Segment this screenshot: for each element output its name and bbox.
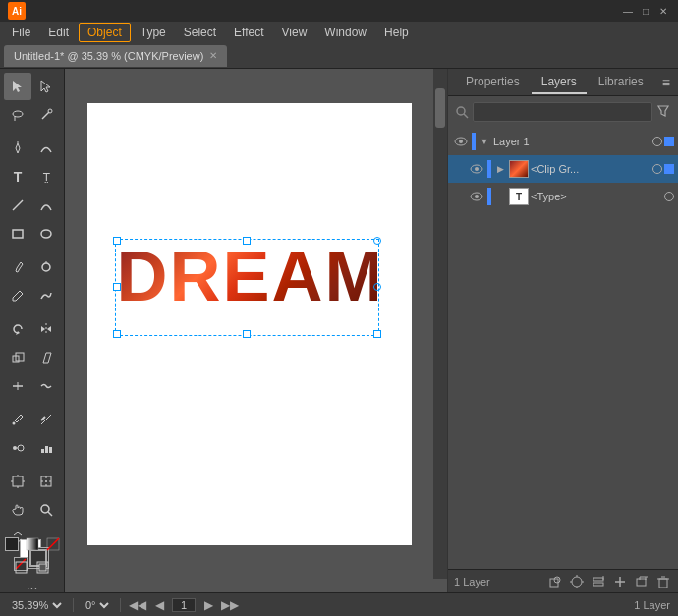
draw-behind-btn[interactable] (33, 557, 53, 577)
selection-tool[interactable] (4, 73, 31, 100)
next-artboard-button[interactable]: ▶ (199, 596, 217, 614)
paintbrush-tool[interactable] (4, 253, 31, 281)
warp-tool[interactable] (32, 372, 60, 400)
toolbar-more-options[interactable]: ··· (27, 580, 38, 592)
hand-tool[interactable] (4, 496, 31, 524)
prev-artboard-button[interactable]: ◀ (150, 596, 168, 614)
clip-group-select-square[interactable] (664, 164, 674, 174)
move-to-new-layer-button[interactable] (590, 573, 607, 590)
type-target-circle[interactable] (664, 192, 674, 201)
type-visibility-toggle[interactable] (468, 188, 485, 205)
delete-layer-button[interactable] (654, 573, 672, 590)
layer1-visibility-toggle[interactable] (452, 133, 470, 150)
handle-middle-left[interactable] (113, 283, 121, 291)
layers-search-input[interactable] (473, 102, 652, 122)
eyedropper-tool[interactable] (4, 406, 31, 433)
menu-select[interactable]: Select (176, 24, 224, 41)
slice-tool[interactable] (32, 468, 60, 495)
reflect-tool[interactable] (32, 315, 60, 343)
fill-color-btn[interactable] (2, 534, 22, 554)
line-segment-tool[interactable] (4, 192, 31, 219)
main-layout: T T̤ (0, 69, 678, 592)
layers-panel: ▼ Layer 1 ▶ <Clip Gr... (448, 96, 678, 592)
scale-tool[interactable] (4, 344, 31, 371)
tab-properties[interactable]: Properties (456, 71, 530, 94)
layer-row-clip-group[interactable]: ▶ <Clip Gr... (448, 155, 678, 183)
menu-type[interactable]: Type (133, 24, 174, 41)
no-fill-btn[interactable] (43, 534, 63, 554)
menu-window[interactable]: Window (316, 24, 374, 41)
menu-view[interactable]: View (274, 24, 315, 41)
smooth-tool[interactable] (32, 282, 60, 309)
minimize-button[interactable]: — (621, 4, 635, 18)
clip-group-name: <Clip Gr... (531, 163, 650, 175)
ellipse-tool[interactable] (32, 220, 60, 248)
menu-effect[interactable]: Effect (226, 24, 271, 41)
last-artboard-button[interactable]: ▶▶ (221, 596, 239, 614)
blob-brush-tool[interactable] (32, 253, 60, 281)
blend-tool[interactable] (4, 434, 31, 462)
svg-rect-23 (45, 446, 48, 453)
close-button[interactable]: ✕ (656, 4, 670, 18)
column-graph-tool[interactable] (32, 434, 60, 462)
rectangle-tool[interactable] (4, 220, 31, 248)
svg-line-34 (48, 512, 52, 516)
layer1-expand-button[interactable]: ▼ (478, 135, 491, 148)
layer-row-layer1[interactable]: ▼ Layer 1 (448, 128, 678, 155)
handle-middle-right[interactable] (373, 283, 381, 291)
tab-libraries[interactable]: Libraries (589, 71, 653, 94)
scroll-thumb[interactable] (435, 88, 445, 128)
svg-point-8 (42, 263, 50, 271)
curvature-tool[interactable] (32, 135, 60, 162)
layer1-select-square[interactable] (664, 137, 674, 146)
shear-tool[interactable] (32, 344, 60, 371)
clip-group-expand-button[interactable]: ▶ (493, 162, 507, 176)
document-tab[interactable]: Untitled-1* @ 35.39 % (CMYK/Preview) ✕ (4, 45, 227, 67)
magic-wand-tool[interactable] (32, 101, 60, 129)
panel-menu-button[interactable]: ≡ (662, 75, 670, 90)
pencil-tool[interactable] (4, 282, 31, 309)
touch-type-tool[interactable]: T̤ (32, 163, 60, 191)
pen-tool[interactable] (4, 135, 31, 162)
width-tool[interactable] (4, 372, 31, 400)
handle-bottom-center[interactable] (243, 330, 251, 338)
first-artboard-button[interactable]: ◀◀ (129, 596, 146, 614)
zoom-tool[interactable] (32, 496, 60, 524)
tab-layers[interactable]: Layers (532, 71, 587, 94)
clip-group-target-circle[interactable] (652, 164, 662, 174)
lasso-tool[interactable] (4, 101, 31, 129)
handle-top-left[interactable] (113, 237, 121, 245)
draw-normal-btn[interactable] (12, 557, 31, 577)
menu-file[interactable]: File (4, 24, 38, 41)
artboard-number-input[interactable] (172, 598, 196, 612)
layer1-target-circle[interactable] (652, 137, 662, 146)
artboard-tool[interactable] (4, 468, 31, 495)
new-sublayer-button[interactable] (611, 573, 629, 590)
locate-object-button[interactable] (568, 573, 586, 590)
new-layer-button[interactable] (633, 573, 650, 590)
handle-top-right[interactable] (373, 237, 381, 245)
zoom-dropdown[interactable]: 35.39% (8, 598, 65, 612)
handle-bottom-left[interactable] (113, 330, 121, 338)
direct-selection-tool[interactable] (32, 73, 60, 100)
vertical-scrollbar[interactable] (433, 69, 447, 579)
arc-tool[interactable] (32, 192, 60, 219)
filter-icon[interactable] (656, 104, 670, 121)
gradient-btn[interactable] (23, 534, 42, 554)
maximize-button[interactable]: □ (639, 4, 652, 18)
clip-group-visibility-toggle[interactable] (468, 160, 485, 178)
menu-help[interactable]: Help (376, 24, 417, 41)
layer-row-type[interactable]: ▶ T <Type> (448, 183, 678, 210)
rotation-dropdown[interactable]: 0° (82, 598, 112, 612)
measure-tool[interactable] (32, 406, 60, 433)
type-tool[interactable]: T (4, 163, 31, 191)
menu-edit[interactable]: Edit (40, 24, 77, 41)
make-clip-mask-button[interactable] (546, 573, 564, 590)
svg-rect-6 (13, 230, 23, 238)
svg-point-50 (475, 195, 479, 198)
rotate-tool[interactable] (4, 315, 31, 343)
menu-object[interactable]: Object (79, 23, 131, 42)
tab-close-button[interactable]: ✕ (209, 50, 217, 61)
handle-bottom-right[interactable] (373, 330, 381, 338)
handle-top-center[interactable] (243, 237, 251, 245)
